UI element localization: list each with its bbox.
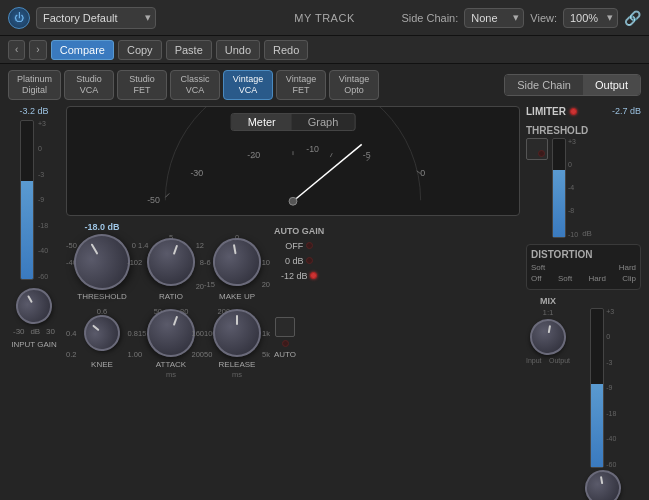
release-label: RELEASE bbox=[219, 360, 256, 369]
makeup-col: -15 -6 0 10 20 MAKE UP bbox=[204, 222, 270, 301]
svg-line-13 bbox=[293, 144, 362, 201]
tab-vintage-vca[interactable]: VintageVCA bbox=[223, 70, 273, 100]
output-gain-col: +3 0 -3 -9 -18 -40 -60 -30dB30 OUTPUT bbox=[576, 296, 631, 500]
forward-button[interactable]: › bbox=[29, 40, 46, 60]
threshold-label: THRESHOLD bbox=[77, 292, 126, 301]
auto-led[interactable] bbox=[282, 340, 289, 347]
link-icon[interactable]: 🔗 bbox=[624, 10, 641, 26]
release-col: 50 100 200 1k 5k RELEASE ms bbox=[204, 307, 270, 379]
top-bar: ⏻ Factory Default MY TRACK Side Chain: N… bbox=[0, 0, 649, 36]
tab-studio-vca[interactable]: StudioVCA bbox=[64, 70, 114, 100]
threshold-right-section: THRESHOLD +3 bbox=[526, 125, 641, 238]
auto-gain-12db-led[interactable] bbox=[310, 272, 317, 279]
auto-checkbox[interactable] bbox=[275, 317, 295, 337]
compressor-body: -3.2 dB +3 0 -3 -9 -18 -40 -60 bbox=[8, 106, 641, 500]
output-gain-knob[interactable] bbox=[582, 467, 624, 500]
preset-dropdown[interactable]: Factory Default bbox=[36, 7, 156, 29]
svg-text:-20: -20 bbox=[247, 150, 260, 160]
distortion-soft-top: Soft bbox=[531, 263, 545, 272]
tab-vintage-opto[interactable]: VintageOpto bbox=[329, 70, 379, 100]
tab-meter[interactable]: Meter bbox=[232, 114, 292, 130]
sidechain-select[interactable]: None bbox=[464, 8, 524, 28]
back-button[interactable]: ‹ bbox=[8, 40, 25, 60]
auto-gain-group: AUTO GAIN OFF 0 dB -12 dB bbox=[274, 226, 324, 281]
sidechain-button[interactable]: Side Chain bbox=[505, 75, 583, 95]
distortion-clip: Clip bbox=[622, 274, 636, 283]
auto-gain-off-label: OFF bbox=[285, 241, 303, 251]
redo-button[interactable]: Redo bbox=[264, 40, 308, 60]
knee-knob[interactable] bbox=[77, 307, 128, 358]
tab-graph[interactable]: Graph bbox=[292, 114, 355, 130]
auto-label: AUTO bbox=[274, 350, 296, 359]
power-button[interactable]: ⏻ bbox=[8, 7, 30, 29]
ratio-knob[interactable] bbox=[140, 231, 202, 293]
ratio-value bbox=[170, 222, 173, 232]
mix-label: MIX bbox=[540, 296, 556, 306]
sidechain-value: None bbox=[471, 12, 497, 24]
threshold-checkbox[interactable] bbox=[526, 138, 548, 160]
limiter-row: LIMITER -2.7 dB bbox=[526, 106, 641, 117]
distortion-off: Off bbox=[531, 274, 542, 283]
center-panel: Meter Graph -50 -30 -20 -10 -5 0 bbox=[66, 106, 520, 500]
svg-text:-30: -30 bbox=[190, 167, 203, 177]
auto-gain-0db-led[interactable] bbox=[306, 257, 313, 264]
knee-label: KNEE bbox=[91, 360, 113, 369]
compare-button[interactable]: Compare bbox=[51, 40, 114, 60]
output-button[interactable]: Output bbox=[583, 75, 640, 95]
svg-text:-10: -10 bbox=[306, 144, 319, 154]
threshold-value: -18.0 dB bbox=[84, 222, 119, 232]
mix-output-label: Output bbox=[549, 357, 570, 364]
preset-name: Factory Default bbox=[43, 12, 118, 24]
attack-unit: ms bbox=[166, 370, 176, 379]
limiter-label: LIMITER bbox=[526, 106, 566, 117]
distortion-section: DISTORTION Soft Hard Off Soft Hard Clip bbox=[526, 244, 641, 290]
mix-knob[interactable] bbox=[527, 316, 569, 358]
input-vu-meter bbox=[20, 120, 34, 280]
tab-studio-fet[interactable]: StudioFET bbox=[117, 70, 167, 100]
release-knob[interactable] bbox=[213, 309, 261, 357]
tab-platinum-digital[interactable]: PlatinumDigital bbox=[8, 70, 61, 100]
auto-group: AUTO bbox=[274, 317, 296, 359]
attack-col: 0 15 50 80 160 200 ATTACK ms bbox=[138, 307, 204, 379]
input-gain-knob[interactable] bbox=[9, 281, 58, 330]
release-unit: ms bbox=[232, 370, 242, 379]
auto-gain-12db-row: -12 dB bbox=[281, 271, 318, 281]
svg-line-10 bbox=[330, 153, 332, 157]
paste-button[interactable]: Paste bbox=[166, 40, 212, 60]
window-title: MY TRACK bbox=[294, 12, 354, 24]
mix-input-label: Input bbox=[526, 357, 542, 364]
undo-button[interactable]: Undo bbox=[216, 40, 260, 60]
main-area: PlatinumDigital StudioVCA StudioFET Clas… bbox=[0, 64, 649, 500]
copy-button[interactable]: Copy bbox=[118, 40, 162, 60]
threshold-right-fader[interactable] bbox=[552, 138, 566, 238]
tab-vintage-fet[interactable]: VintageFET bbox=[276, 70, 326, 100]
preset-tabs-row: PlatinumDigital StudioVCA StudioFET Clas… bbox=[8, 70, 641, 100]
mix-output-row: MIX 1:1 Input Output bbox=[526, 296, 641, 500]
makeup-knob[interactable] bbox=[209, 234, 265, 290]
auto-gain-0db-label: 0 dB bbox=[285, 256, 304, 266]
threshold-col: -18.0 dB -40 -50 -10 0 THRESHOLD bbox=[66, 222, 138, 301]
threshold-unit: dB bbox=[582, 229, 592, 238]
ratio-label: RATIO bbox=[159, 292, 183, 301]
input-gain-label: INPUT GAIN bbox=[11, 340, 57, 349]
view-select[interactable]: 100% bbox=[563, 8, 618, 28]
auto-gain-off-led[interactable] bbox=[306, 242, 313, 249]
display-tabs: Meter Graph bbox=[231, 113, 356, 131]
knobs-row-2: 0.2 0.4 0.6 0.8 1.0 KNEE 0 15 50 bbox=[66, 307, 520, 379]
auto-gain-0db-row: 0 dB bbox=[285, 256, 314, 266]
knee-col: 0.2 0.4 0.6 0.8 1.0 KNEE bbox=[66, 307, 138, 369]
sidechain-area: Side Chain: None View: 100% 🔗 bbox=[401, 8, 641, 28]
output-gain-value bbox=[602, 296, 605, 306]
svg-text:0: 0 bbox=[420, 167, 425, 177]
right-panel: LIMITER -2.7 dB THRESHOLD bbox=[526, 106, 641, 500]
tab-classic-vca[interactable]: ClassicVCA bbox=[170, 70, 220, 100]
distortion-soft-bottom: Soft bbox=[558, 274, 572, 283]
view-value: 100% bbox=[570, 12, 598, 24]
auto-gain-12db-label: -12 dB bbox=[281, 271, 308, 281]
limiter-led bbox=[570, 108, 577, 115]
distortion-hard-top: Hard bbox=[619, 263, 636, 272]
vu-display: Meter Graph -50 -30 -20 -10 -5 0 bbox=[66, 106, 520, 216]
distortion-hard-bottom: Hard bbox=[588, 274, 605, 283]
output-gain-fader[interactable] bbox=[590, 308, 604, 468]
knobs-row-1: -18.0 dB -40 -50 -10 0 THRESHOLD 1.4 bbox=[66, 222, 520, 301]
